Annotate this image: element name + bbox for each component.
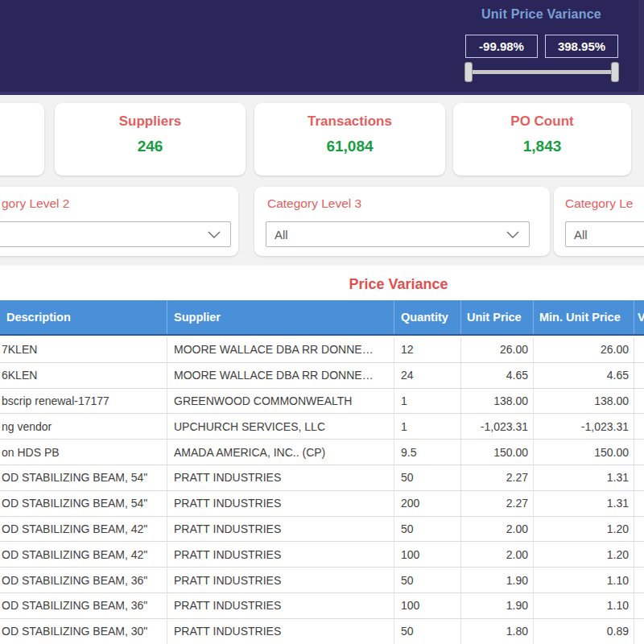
table-row[interactable]: OD STABILIZING BEAM, 36"PRATT INDUSTRIES…: [0, 568, 644, 593]
cell-clipped: [634, 619, 644, 644]
category-level-3-dropdown[interactable]: All: [266, 221, 530, 247]
cell-clipped: [634, 517, 644, 542]
filter-card-category-level-3: Category Level 3 All: [254, 187, 550, 256]
cell-description: OD STABILIZING BEAM, 54": [0, 491, 167, 516]
filter-card-category-level-2: gory Level 2: [0, 187, 238, 256]
band-right-edge: [638, 0, 644, 92]
table-row[interactable]: OD STABILIZING BEAM, 42"PRATT INDUSTRIES…: [0, 542, 644, 568]
cell-quantity: 100: [394, 542, 461, 567]
cell-supplier: MOORE WALLACE DBA RR DONNE…: [167, 337, 394, 362]
kpi-label-suppliers: Suppliers: [55, 114, 246, 130]
dropdown-value: All: [266, 228, 506, 242]
table-row[interactable]: OD STABILIZING BEAM, 36"PRATT INDUSTRIES…: [0, 593, 644, 619]
column-header-supplier[interactable]: Supplier: [167, 300, 394, 334]
cell-unit-price: -1,023.31: [461, 414, 534, 439]
table-row[interactable]: OD STABILIZING BEAM, 54"PRATT INDUSTRIES…: [0, 465, 644, 491]
table-row[interactable]: bscrip renewal-17177GREENWOOD COMMONWEAL…: [0, 389, 644, 415]
cell-clipped: [634, 542, 644, 567]
cell-clipped: [634, 414, 644, 439]
kpi-value-transactions: 61,084: [254, 138, 445, 155]
top-filter-band: Unit Price Variance -99.98% 398.95%: [0, 0, 644, 95]
cell-quantity: 50: [394, 619, 461, 644]
column-header-description[interactable]: Description: [0, 300, 167, 334]
band-bottom-line: [0, 92, 644, 95]
cell-clipped: [634, 568, 644, 592]
cell-min-unit-price: -1,023.31: [534, 414, 634, 439]
column-header-unit-price[interactable]: Unit Price: [461, 300, 534, 334]
cell-supplier: PRATT INDUSTRIES: [167, 619, 394, 644]
cell-unit-price: 150.00: [461, 440, 534, 464]
column-header-quantity[interactable]: Quantity: [394, 300, 461, 334]
cell-quantity: 12: [394, 337, 461, 362]
table-title: Price Variance: [237, 276, 559, 293]
cell-min-unit-price: 138.00: [534, 389, 634, 414]
column-header-clipped[interactable]: V: [634, 300, 644, 334]
cell-description: OD STABILIZING BEAM, 42": [0, 517, 167, 542]
filter-label-category-level-4: Category Le: [565, 196, 633, 211]
filter-card-category-level-4: Category Le All: [554, 187, 644, 256]
kpi-label-transactions: Transactions: [254, 114, 445, 130]
cell-quantity: 50: [394, 465, 461, 490]
cell-supplier: PRATT INDUSTRIES: [167, 593, 394, 618]
cell-unit-price: 2.00: [461, 517, 534, 542]
table-row[interactable]: ng vendorUPCHURCH SERVICES, LLC1-1,023.3…: [0, 414, 644, 440]
cell-quantity: 9.5: [394, 440, 461, 464]
cell-min-unit-price: 1.20: [534, 517, 634, 542]
table-row[interactable]: OD STABILIZING BEAM, 30"PRATT INDUSTRIES…: [0, 619, 644, 644]
cell-supplier: MOORE WALLACE DBA RR DONNE…: [167, 363, 394, 388]
table-row[interactable]: OD STABILIZING BEAM, 42"PRATT INDUSTRIES…: [0, 517, 644, 543]
cell-supplier: PRATT INDUSTRIES: [167, 542, 394, 567]
cell-unit-price: 26.00: [461, 337, 534, 362]
cell-supplier: PRATT INDUSTRIES: [167, 491, 394, 516]
column-header-min-unit-price[interactable]: Min. Unit Price: [534, 300, 634, 334]
price-variance-table: Price Variance Description Supplier Quan…: [0, 266, 644, 644]
range-slider-handle-right[interactable]: [611, 62, 619, 82]
cell-clipped: [634, 337, 644, 362]
cell-min-unit-price: 150.00: [534, 440, 634, 464]
cell-description: ng vendor: [0, 414, 167, 439]
cell-clipped: [634, 363, 644, 388]
cell-min-unit-price: 1.31: [534, 465, 634, 490]
cell-unit-price: 2.27: [461, 491, 534, 516]
range-slider-track[interactable]: [469, 70, 616, 74]
cell-supplier: PRATT INDUSTRIES: [167, 517, 394, 542]
slider-min-input[interactable]: -99.98%: [465, 35, 538, 58]
kpi-label-po-count: PO Count: [453, 114, 631, 130]
cell-quantity: 1: [394, 414, 461, 439]
cell-unit-price: 1.80: [461, 619, 534, 644]
cell-unit-price: 2.00: [461, 542, 534, 567]
table-row[interactable]: 7KLENMOORE WALLACE DBA RR DONNE…1226.002…: [0, 337, 644, 363]
table-header-row: Description Supplier Quantity Unit Price…: [0, 300, 644, 336]
kpi-card-suppliers: Suppliers 246: [55, 103, 246, 175]
cell-unit-price: 1.90: [461, 568, 534, 592]
cell-quantity: 200: [394, 491, 461, 516]
category-level-4-dropdown[interactable]: All: [565, 221, 644, 247]
kpi-card-clipped: [0, 103, 44, 175]
slider-max-input[interactable]: 398.95%: [545, 35, 618, 58]
cell-min-unit-price: 1.10: [534, 568, 634, 592]
cell-unit-price: 4.65: [461, 363, 534, 388]
table-row[interactable]: 6KLENMOORE WALLACE DBA RR DONNE…244.654.…: [0, 363, 644, 389]
dropdown-value: All: [566, 228, 644, 242]
cell-quantity: 50: [394, 517, 461, 542]
cell-min-unit-price: 26.00: [534, 337, 634, 362]
cell-description: bscrip renewal-17177: [0, 389, 167, 414]
kpi-value-suppliers: 246: [55, 138, 246, 155]
category-level-2-dropdown[interactable]: [0, 221, 231, 247]
cell-unit-price: 138.00: [461, 389, 534, 414]
unit-price-variance-title: Unit Price Variance: [447, 7, 636, 22]
cell-description: OD STABILIZING BEAM, 36": [0, 593, 167, 618]
chevron-down-icon: [208, 231, 221, 238]
chevron-down-icon: [506, 231, 519, 238]
table-row[interactable]: on HDS PBAMADA AMERICA, INC.. (CP)9.5150…: [0, 440, 644, 465]
kpi-card-po-count: PO Count 1,843: [453, 103, 631, 175]
kpi-card-transactions: Transactions 61,084: [254, 103, 445, 175]
cell-description: 6KLEN: [0, 363, 167, 388]
kpi-value-po-count: 1,843: [453, 138, 631, 155]
table-row[interactable]: OD STABILIZING BEAM, 54"PRATT INDUSTRIES…: [0, 491, 644, 517]
range-slider-handle-left[interactable]: [464, 62, 473, 82]
cell-quantity: 24: [394, 363, 461, 388]
cell-min-unit-price: 4.65: [534, 363, 634, 388]
filter-label-category-level-2: gory Level 2: [2, 196, 69, 211]
cell-supplier: PRATT INDUSTRIES: [167, 568, 394, 592]
